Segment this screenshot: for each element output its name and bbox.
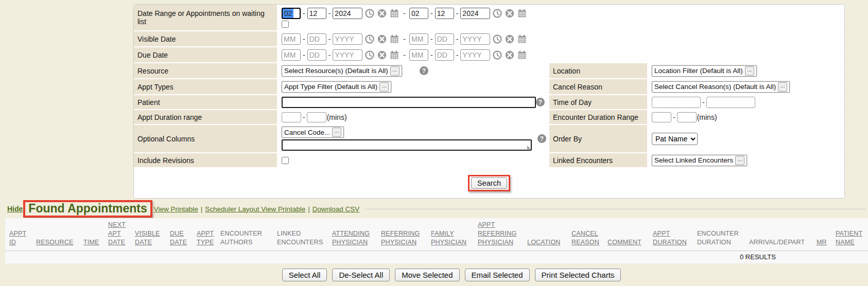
download-csv-link[interactable]: Download CSV [313,205,360,213]
linked-encounters-input-cell: Select Linked Encounters ... [648,153,844,167]
encounter-duration-max-input[interactable] [677,112,697,122]
date-from-year-input[interactable] [333,8,362,19]
calendar-icon[interactable] [517,50,527,60]
col-header-attending-physician[interactable]: ATTENDING PHYSICIAN [332,229,370,247]
encounter-duration-min-input[interactable] [652,112,671,122]
clock-icon[interactable] [493,9,502,18]
search-button[interactable]: Search [471,177,507,189]
location-more-button[interactable]: ... [745,66,754,76]
appt-type-filter-button[interactable]: Appt Type Filter (Default is All) ... [282,81,391,93]
col-header-cancel-reason[interactable]: CANCEL REASON [571,229,599,247]
col-header-appt-duration[interactable]: APPT DURATION [653,229,687,247]
deselect-all-button[interactable]: De-Select All [332,269,390,281]
col-header-due-date[interactable]: DUE DATE [170,229,187,247]
date-separator: - [303,51,305,59]
patient-label-cell: Patient [134,95,277,109]
found-appointments-table: APPT ID RESOURCE TIME NEXT APT DATE VISI… [5,218,868,263]
calendar-icon[interactable] [390,50,399,60]
appt-duration-input-cell: - (mins) [278,110,548,124]
optional-columns-label-cell: Optional Columns [134,125,277,152]
date-from-day-input[interactable] [307,8,326,19]
resource-filter-button[interactable]: Select Resource(s) (Default is All) ... [282,65,402,77]
clock-icon[interactable] [365,9,374,18]
cancel-code-button[interactable]: Cancel Code... ... [282,127,344,138]
calendar-icon[interactable] [517,34,527,44]
clear-date-icon[interactable] [505,9,514,18]
visible-from-year-input[interactable] [333,33,362,45]
email-selected-button[interactable]: Email Selected [465,269,530,281]
clock-icon[interactable] [493,34,502,44]
scheduler-layout-view-printable-link[interactable]: Scheduler Layout View Printable [205,205,305,213]
clear-date-icon[interactable] [505,34,514,44]
date-separator: - [303,35,305,43]
time-of-day-start-input[interactable] [652,97,701,108]
visible-from-month-input[interactable] [282,33,301,45]
location-filter-button[interactable]: Location Filter (Default is All) ... [652,65,757,77]
print-selected-charts-button[interactable]: Print Selected Charts [535,269,621,281]
clear-date-icon[interactable] [505,50,514,60]
col-header-comment[interactable]: COMMENT [607,238,641,247]
resource-more-button[interactable]: ... [390,66,400,76]
clock-icon[interactable] [365,34,374,44]
visible-to-month-input[interactable] [409,33,428,45]
appt-type-more-button[interactable]: ... [379,82,389,92]
visible-to-year-input[interactable] [460,33,490,45]
range-separator: - [403,51,406,59]
due-from-day-input[interactable] [307,49,326,61]
optional-columns-input[interactable] [282,139,532,151]
optional-columns-help-icon[interactable]: ? [537,134,546,143]
col-header-mr[interactable]: MR [817,238,827,247]
col-header-patient-name[interactable]: PATIENT NAME [836,229,862,247]
due-from-month-input[interactable] [282,49,301,61]
move-selected-button[interactable]: Move Selected [395,269,459,281]
due-from-year-input[interactable] [333,49,362,61]
col-header-appt-id[interactable]: APPT ID [9,229,26,247]
col-header-visible-date[interactable]: VISIBLE DATE [135,229,160,247]
waiting-list-checkbox[interactable] [282,21,289,28]
cancel-reason-filter-button[interactable]: Select Cancel Reason(s) (Default is All)… [652,81,790,93]
time-of-day-end-input[interactable] [706,97,755,108]
appt-duration-min-input[interactable] [282,112,301,122]
clear-date-icon[interactable] [377,34,387,44]
clock-icon[interactable] [365,50,374,60]
col-header-family-physician[interactable]: FAMILY PHYSICIAN [431,229,466,247]
visible-to-day-input[interactable] [435,33,454,45]
date-to-month-input[interactable] [409,8,428,19]
date-separator: - [430,35,433,43]
calendar-icon[interactable] [390,34,399,44]
patient-input[interactable] [282,97,536,108]
col-header-next-apt-date[interactable]: NEXT APT DATE [108,221,126,247]
resource-help-icon[interactable]: ? [420,66,428,75]
include-revisions-checkbox[interactable] [282,157,289,164]
due-to-month-input[interactable] [409,49,428,61]
view-printable-link[interactable]: View Printable [154,205,198,213]
order-by-select[interactable]: Pat Name [652,133,698,145]
select-all-button[interactable]: Select All [282,269,327,281]
due-date-label-cell: Due Date [134,47,277,62]
col-header-resource[interactable]: RESOURCE [36,238,73,247]
col-header-location[interactable]: LOCATION [527,238,561,247]
due-to-day-input[interactable] [435,49,454,61]
patient-help-icon[interactable]: ? [536,98,545,106]
calendar-icon[interactable] [390,9,399,18]
clock-icon[interactable] [493,50,502,60]
col-header-referring-physician[interactable]: REFERRING PHYSICIAN [381,229,420,247]
cancel-reason-more-button[interactable]: ... [778,82,787,92]
date-to-year-input[interactable] [460,8,490,19]
clear-date-icon[interactable] [377,9,387,18]
encounter-duration-input-cell: - (mins) [648,110,844,124]
linked-encounters-button[interactable]: Select Linked Encounters ... [652,155,747,166]
calendar-icon[interactable] [517,9,527,18]
date-to-day-input[interactable] [435,8,454,19]
cancel-code-more-button[interactable]: ... [332,128,341,137]
hide-link[interactable]: Hide [7,205,23,213]
col-header-appt-referring-physician[interactable]: APPT REFERRING PHYSICIAN [478,221,516,247]
date-from-month-input[interactable] [282,8,301,19]
clear-date-icon[interactable] [377,50,387,60]
appt-duration-max-input[interactable] [307,112,326,122]
col-header-time[interactable]: TIME [83,238,99,247]
col-header-appt-type[interactable]: APPT TYPE [197,229,214,247]
visible-from-day-input[interactable] [307,33,326,45]
due-to-year-input[interactable] [460,49,490,61]
linked-encounters-more-button[interactable]: ... [735,156,744,165]
